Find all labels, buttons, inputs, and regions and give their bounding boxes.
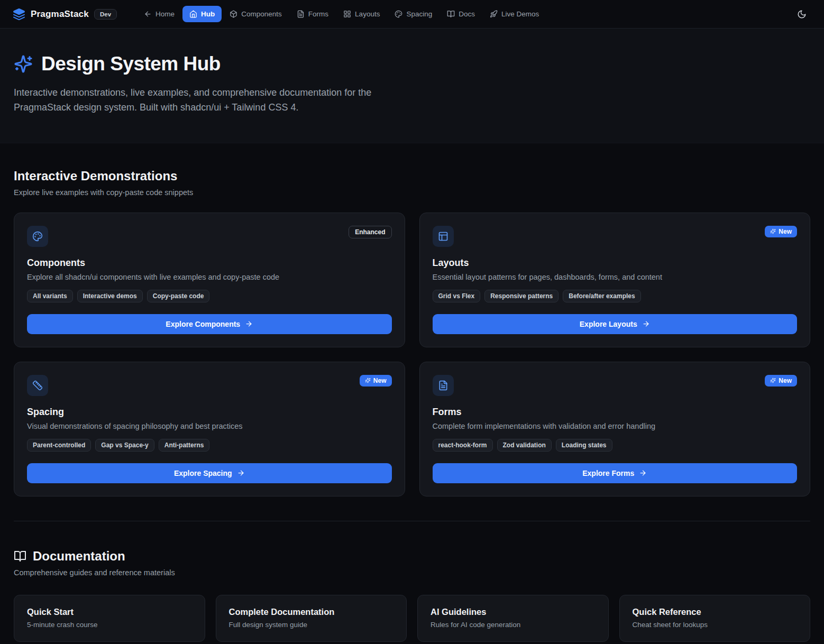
main-nav: Home Hub Components Forms Layouts Spacin… [137,6,546,22]
arrow-right-icon [639,469,647,477]
badge-label: New [373,377,387,384]
tag: Grid vs Flex [433,290,481,302]
cta-label: Explore Components [166,320,240,328]
layers-logo-icon [13,8,25,21]
doc-card-description: Rules for AI code generation [431,621,596,629]
tag-list: Grid vs Flex Responsive patterns Before/… [433,290,798,302]
arrow-right-icon [245,320,253,328]
card-header: New [433,226,798,247]
doc-card-title: Quick Start [27,607,192,617]
tag: Zod validation [497,439,552,452]
main-content: Interactive Demonstrations Explore live … [0,143,824,644]
nav-item-label: Spacing [406,10,432,18]
new-badge: New [765,375,797,387]
demos-section: Interactive Demonstrations Explore live … [14,169,810,496]
brand[interactable]: PragmaStack Dev [13,8,117,21]
rocket-icon [490,10,498,18]
package-icon [230,10,237,18]
sparkles-icon [14,54,33,73]
sparkles-icon [770,228,776,234]
sparkles-icon [365,378,371,383]
explore-spacing-button[interactable]: Explore Spacing [27,463,392,483]
doc-card-title: AI Guidelines [431,607,596,617]
explore-components-button[interactable]: Explore Components [27,314,392,334]
docs-section-title-text: Documentation [33,549,125,564]
ruler-icon [27,375,48,396]
doc-card-ai-guidelines[interactable]: AI Guidelines Rules for AI code generati… [417,595,609,642]
card-title: Forms [433,407,798,418]
card-header: Enhanced [27,226,392,247]
sparkles-icon [770,378,776,383]
docs-section-subtitle: Comprehensive guides and reference mater… [14,568,810,577]
card-title: Components [27,257,392,269]
section-divider [14,521,810,521]
badge-label: New [779,228,792,235]
card-description: Complete form implementations with valid… [433,422,798,430]
doc-card-quick-start[interactable]: Quick Start 5-minute crash course [14,595,205,642]
nav-item-label: Docs [459,10,475,18]
nav-item-components[interactable]: Components [223,6,289,22]
nav-item-live-demos[interactable]: Live Demos [483,6,546,22]
card-title: Layouts [433,257,798,269]
tag: Parent-controlled [27,439,91,452]
cta-label: Explore Layouts [580,320,637,328]
doc-card-complete-documentation[interactable]: Complete Documentation Full design syste… [216,595,407,642]
doc-card-description: Cheat sheet for lookups [633,621,798,629]
tag: Before/after examples [563,290,640,302]
tag: Interactive demos [77,290,143,302]
demo-card-components: Enhanced Components Explore all shadcn/u… [14,213,405,347]
nav-item-home[interactable]: Home [137,6,181,22]
hero: Design System Hub Interactive demonstrat… [0,29,824,143]
tag: Anti-patterns [159,439,210,452]
card-header: New [433,375,798,396]
nav-item-label: Components [241,10,282,18]
palette-icon [395,10,402,18]
nav-item-label: Forms [308,10,328,18]
cta-label: Explore Forms [582,469,634,477]
nav-item-label: Layouts [355,10,380,18]
tag-list: Parent-controlled Gap vs Space-y Anti-pa… [27,439,392,452]
demos-section-title: Interactive Demonstrations [14,169,810,183]
new-badge: New [765,226,797,237]
doc-card-description: Full design system guide [229,621,394,629]
layout-panel-icon [433,226,454,247]
file-text-icon [297,10,305,18]
explore-layouts-button[interactable]: Explore Layouts [433,314,798,334]
nav-item-docs[interactable]: Docs [440,6,482,22]
nav-item-forms[interactable]: Forms [290,6,335,22]
docs-section: Documentation Comprehensive guides and r… [14,549,810,642]
demo-card-layouts: New Layouts Essential layout patterns fo… [419,213,811,347]
doc-card-title: Quick Reference [633,607,798,617]
nav-item-hub[interactable]: Hub [182,6,222,22]
card-description: Explore all shadcn/ui components with li… [27,273,392,281]
tag: All variants [27,290,73,302]
nav-item-label: Hub [201,10,215,18]
file-text-icon [433,375,454,396]
moon-icon [797,10,807,19]
demos-section-subtitle: Explore live examples with copy-paste co… [14,188,810,197]
tag-list: react-hook-form Zod validation Loading s… [433,439,798,452]
home-icon [189,10,197,18]
nav-item-spacing[interactable]: Spacing [388,6,439,22]
tag: Loading states [556,439,612,452]
explore-forms-button[interactable]: Explore Forms [433,463,798,483]
dev-badge: Dev [94,9,117,20]
tag: react-hook-form [433,439,493,452]
arrow-left-icon [144,10,152,18]
doc-card-quick-reference[interactable]: Quick Reference Cheat sheet for lookups [619,595,811,642]
palette-icon [27,226,48,247]
card-header: New [27,375,392,396]
demo-card-spacing: New Spacing Visual demonstrations of spa… [14,362,405,496]
new-badge: New [360,375,392,387]
nav-item-label: Live Demos [501,10,539,18]
nav-item-layouts[interactable]: Layouts [336,6,387,22]
tag: Gap vs Space-y [95,439,154,452]
brand-name: PragmaStack [31,9,89,20]
page-title: Design System Hub [14,53,810,75]
docs-grid: Quick Start 5-minute crash course Comple… [14,595,810,642]
cta-label: Explore Spacing [174,469,232,477]
tag: Copy-paste code [147,290,210,302]
navbar: PragmaStack Dev Home Hub Components Form… [0,0,824,29]
theme-toggle-button[interactable] [792,5,811,24]
nav-item-label: Home [155,10,175,18]
